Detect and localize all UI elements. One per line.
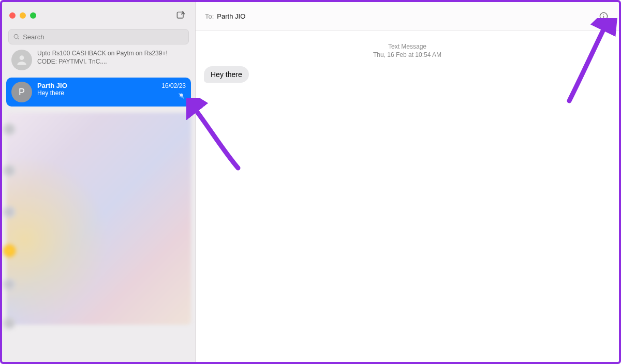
compose-button[interactable]: [173, 8, 188, 23]
close-button[interactable]: [9, 12, 16, 19]
minimize-button[interactable]: [20, 12, 26, 19]
compose-icon: [175, 10, 186, 21]
info-icon: [599, 11, 609, 21]
incoming-message-bubble: Hey there: [204, 66, 249, 83]
conversation-date: 16/02/23: [161, 82, 186, 89]
avatar: [11, 50, 32, 70]
search-icon: [13, 33, 20, 40]
conversation-pane: To: Parth JIO Text Message Thu, 16 Feb a…: [196, 2, 619, 362]
bell-slash-icon: [178, 92, 185, 101]
conversation-name: Parth JIO: [37, 82, 67, 89]
conversation-header: To: Parth JIO: [196, 2, 619, 31]
avatar: P: [11, 82, 32, 102]
conversation-list[interactable]: Upto Rs100 CASHBACK on Paytm on Rs239+! …: [2, 50, 195, 362]
to-label: To:: [205, 12, 214, 20]
messages-window: Upto Rs100 CASHBACK on Paytm on Rs239+! …: [2, 2, 619, 362]
svg-point-3: [20, 55, 24, 60]
redacted-conversations: [6, 113, 191, 325]
search-field[interactable]: [23, 33, 184, 41]
zoom-button[interactable]: [30, 12, 36, 19]
details-button[interactable]: [597, 10, 610, 23]
svg-point-1: [14, 35, 18, 39]
timestamp-header: Text Message Thu, 16 Feb at 10:54 AM: [204, 42, 611, 59]
message-thread[interactable]: Text Message Thu, 16 Feb at 10:54 AM Hey…: [196, 31, 619, 362]
conversation-preview: Hey there: [37, 89, 186, 98]
titlebar: [2, 2, 195, 29]
person-icon: [15, 53, 28, 67]
conversation-preview: Upto Rs100 CASHBACK on Paytm on Rs239+! …: [37, 50, 186, 66]
svg-line-2: [18, 38, 19, 39]
svg-point-7: [603, 14, 603, 15]
sidebar: Upto Rs100 CASHBACK on Paytm on Rs239+! …: [2, 2, 196, 362]
search-input[interactable]: [8, 29, 189, 44]
recipient-name: Parth JIO: [217, 12, 245, 20]
conversation-item-selected[interactable]: P Parth JIO 16/02/23 Hey there: [6, 78, 191, 107]
conversation-item[interactable]: Upto Rs100 CASHBACK on Paytm on Rs239+! …: [6, 50, 191, 74]
traffic-lights: [9, 12, 36, 19]
